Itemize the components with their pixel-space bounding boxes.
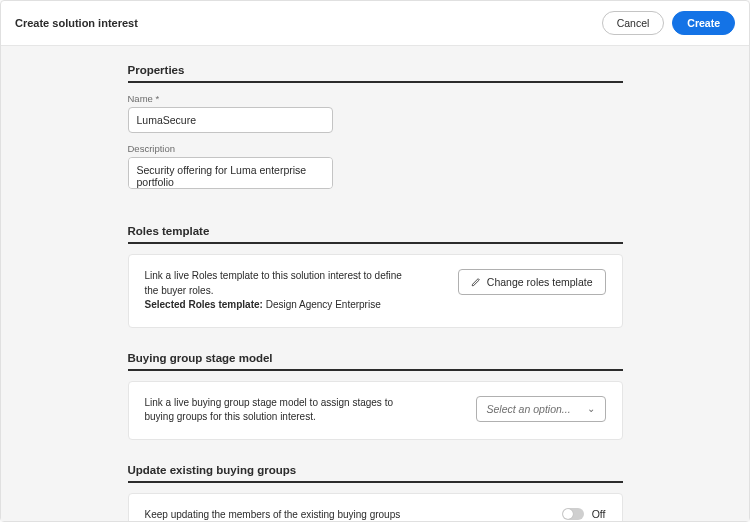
update-section-title: Update existing buying groups — [128, 464, 623, 483]
roles-card-text: Link a live Roles template to this solut… — [145, 269, 405, 313]
stage-model-select[interactable]: Select an option... ⌄ — [476, 396, 606, 422]
chevron-down-icon: ⌄ — [587, 403, 595, 414]
roles-section-title: Roles template — [128, 225, 623, 244]
update-desc: Keep updating the members of the existin… — [145, 508, 405, 522]
stage-section-title: Buying group stage model — [128, 352, 623, 371]
roles-card: Link a live Roles template to this solut… — [128, 254, 623, 328]
roles-selected-value-text: Design Agency Enterprise — [266, 299, 381, 310]
pencil-icon — [471, 277, 481, 287]
name-input[interactable] — [128, 107, 333, 133]
dialog-title: Create solution interest — [15, 17, 138, 29]
update-card: Keep updating the members of the existin… — [128, 493, 623, 522]
toggle-state-label: Off — [592, 508, 606, 520]
name-label: Name * — [128, 93, 623, 104]
stage-card: Link a live buying group stage model to … — [128, 381, 623, 440]
required-asterisk: * — [155, 93, 159, 104]
dialog-header: Create solution interest Cancel Create — [1, 1, 749, 46]
description-field-group: Description — [128, 143, 623, 191]
stage-select-placeholder: Select an option... — [487, 403, 571, 415]
name-label-text: Name — [128, 93, 153, 104]
update-toggle-row: Off — [562, 508, 606, 520]
roles-selected-label: Selected Roles template: — [145, 299, 263, 310]
description-textarea[interactable] — [128, 157, 333, 189]
name-field-group: Name * — [128, 93, 623, 133]
properties-section-title: Properties — [128, 64, 623, 83]
toggle-knob — [563, 509, 573, 519]
header-actions: Cancel Create — [602, 11, 735, 35]
change-roles-template-button[interactable]: Change roles template — [458, 269, 606, 295]
create-solution-interest-dialog: Create solution interest Cancel Create P… — [0, 0, 750, 522]
dialog-body: Properties Name * Description Roles temp… — [1, 46, 749, 521]
content-column: Properties Name * Description Roles temp… — [128, 64, 623, 521]
description-label: Description — [128, 143, 623, 154]
create-button[interactable]: Create — [672, 11, 735, 35]
cancel-button[interactable]: Cancel — [602, 11, 665, 35]
roles-desc: Link a live Roles template to this solut… — [145, 270, 402, 296]
auto-update-toggle[interactable] — [562, 508, 584, 520]
change-roles-label: Change roles template — [487, 276, 593, 288]
stage-desc: Link a live buying group stage model to … — [145, 396, 405, 425]
